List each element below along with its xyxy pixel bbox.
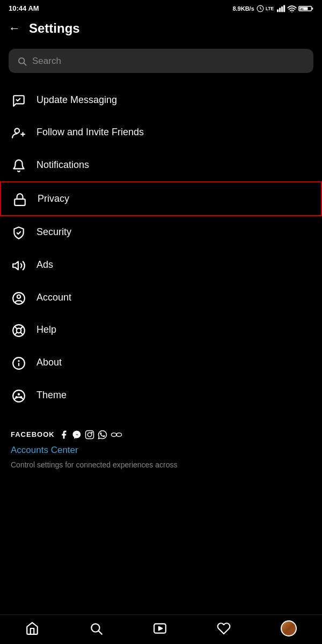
facebook-brand-row: FACEBOOK: [11, 430, 311, 440]
settings-item-about[interactable]: About: [0, 346, 322, 379]
svg-point-19: [17, 295, 21, 298]
settings-item-ads[interactable]: Ads: [0, 248, 322, 281]
svg-rect-16: [14, 199, 25, 206]
facebook-section: FACEBOOK Accounts Center Control setting…: [0, 417, 322, 475]
network-speed: 8.9KB/s: [232, 5, 254, 12]
settings-item-security[interactable]: Security: [0, 216, 322, 249]
svg-marker-44: [159, 627, 163, 631]
about-icon: [11, 355, 27, 370]
svg-line-23: [20, 332, 23, 335]
status-icons: 8.9KB/s LTE 41: [232, 4, 313, 12]
svg-line-12: [24, 63, 26, 65]
search-bar[interactable]: Search: [9, 49, 313, 73]
follow-invite-label: Follow and Invite Friends: [36, 127, 144, 138]
page-title: Settings: [29, 21, 80, 36]
notifications-label: Notifications: [36, 159, 89, 171]
about-label: About: [36, 357, 62, 368]
settings-item-account[interactable]: Account: [0, 281, 322, 314]
svg-line-26: [14, 332, 17, 335]
notifications-icon: [11, 157, 27, 173]
nav-search[interactable]: [89, 621, 103, 635]
signal-icons: LTE 41: [257, 4, 313, 12]
theme-icon: [11, 387, 27, 403]
back-button[interactable]: ←: [9, 21, 20, 35]
settings-item-follow-invite[interactable]: Follow and Invite Friends: [0, 116, 322, 149]
svg-rect-8: [312, 7, 313, 9]
nav-heart[interactable]: [217, 621, 231, 635]
security-icon: [11, 225, 27, 240]
ads-label: Ads: [36, 259, 53, 270]
svg-point-39: [116, 433, 122, 436]
privacy-label: Privacy: [38, 193, 69, 204]
theme-label: Theme: [36, 390, 67, 401]
ads-icon: [11, 257, 27, 273]
svg-line-42: [99, 631, 102, 634]
svg-line-25: [20, 327, 23, 329]
svg-point-38: [111, 433, 116, 436]
nav-profile[interactable]: [281, 620, 297, 636]
svg-marker-17: [13, 261, 18, 269]
svg-rect-35: [85, 430, 93, 438]
update-messaging-label: Update Messaging: [36, 94, 117, 106]
nav-video[interactable]: [153, 621, 167, 635]
follow-invite-icon: [11, 125, 27, 141]
settings-item-theme[interactable]: Theme: [0, 379, 322, 412]
svg-line-22: [14, 327, 17, 330]
facebook-brand-label: FACEBOOK: [11, 430, 55, 438]
accounts-center-link[interactable]: Accounts Center: [11, 445, 311, 456]
account-label: Account: [36, 292, 71, 303]
svg-point-31: [13, 390, 25, 402]
settings-item-privacy[interactable]: Privacy: [0, 181, 322, 216]
svg-point-33: [18, 393, 19, 394]
svg-point-37: [91, 432, 92, 433]
help-label: Help: [36, 324, 56, 335]
svg-point-30: [18, 361, 19, 361]
search-placeholder: Search: [32, 56, 61, 67]
svg-text:41: 41: [301, 7, 304, 10]
profile-avatar: [281, 620, 297, 636]
accounts-center-description: Control settings for connected experienc…: [11, 460, 311, 471]
facebook-social-icons: [59, 430, 122, 440]
svg-rect-5: [283, 5, 285, 12]
svg-rect-2: [277, 9, 279, 12]
svg-point-6: [291, 11, 292, 12]
svg-point-36: [87, 433, 92, 437]
svg-point-13: [14, 129, 19, 134]
search-icon: [17, 55, 27, 67]
settings-item-notifications[interactable]: Notifications: [0, 149, 322, 181]
svg-rect-3: [279, 8, 281, 12]
settings-item-update-messaging[interactable]: Update Messaging: [0, 84, 322, 116]
help-icon: [11, 323, 27, 338]
svg-rect-4: [281, 6, 283, 12]
privacy-icon: [12, 191, 28, 207]
bottom-nav: [0, 614, 322, 644]
status-time: 10:44 AM: [9, 4, 39, 12]
nav-home[interactable]: [25, 621, 39, 635]
svg-text:LTE: LTE: [266, 6, 274, 11]
page-header: ← Settings: [0, 14, 322, 45]
settings-item-help[interactable]: Help: [0, 314, 322, 347]
status-bar: 10:44 AM 8.9KB/s LTE 41: [0, 0, 322, 14]
settings-list: Update Messaging Follow and Invite Frien…: [0, 84, 322, 417]
update-messaging-icon: [11, 92, 27, 108]
security-label: Security: [36, 226, 71, 238]
account-icon: [11, 290, 27, 305]
